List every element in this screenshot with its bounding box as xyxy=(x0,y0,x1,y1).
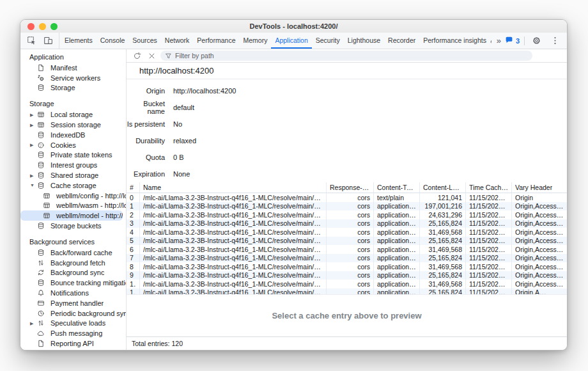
sidebar-item-label: Background sync xyxy=(47,269,104,276)
column-header-label: # xyxy=(130,184,134,191)
sidebar-item-webllm-model-http-loc[interactable]: webllm/model - http://loc… xyxy=(20,210,123,221)
sidebar-item-payment-handler[interactable]: Payment handler xyxy=(20,298,126,308)
devtools-tabbar: ElementsConsoleSourcesNetworkPerformance… xyxy=(20,33,567,49)
tab-sources[interactable]: Sources xyxy=(128,33,161,49)
tab-console[interactable]: Console xyxy=(97,33,129,49)
sidebar-item-indexeddb[interactable]: IndexedDB xyxy=(20,130,126,140)
inspect-icon[interactable] xyxy=(24,34,38,48)
cell-text: cors xyxy=(357,202,370,210)
application-sidebar: ApplicationManifestService workersStorag… xyxy=(20,49,127,350)
cell: application/oc… xyxy=(374,271,420,280)
sidebar-item-back-forward-cache[interactable]: Back/forward cache xyxy=(20,248,126,258)
sidebar-item-storage-buckets[interactable]: Storage buckets xyxy=(20,221,126,231)
sidebar-item-webllm-wasm-http-loca[interactable]: webllm/wasm - http://loca… xyxy=(20,201,126,211)
cell: /mlc-ai/Llama-3.2-3B-Instruct-q4f16_1-ML… xyxy=(140,245,327,254)
more-tabs-icon[interactable]: » xyxy=(497,36,500,45)
sidebar-item-notifications[interactable]: Notifications xyxy=(20,288,126,298)
sidebar-item-periodic-background-sync[interactable]: Periodic background sync xyxy=(20,308,126,319)
cell-text: cors xyxy=(357,219,370,227)
tab-lighthouse[interactable]: Lighthouse xyxy=(344,33,384,49)
cache-entry-row[interactable]: 10/mlc-ai/Llama-3.2-3B-Instruct-q4f16_1-… xyxy=(127,280,567,288)
sidebar-item-storage[interactable]: Storage xyxy=(20,83,126,93)
tab-application[interactable]: Application xyxy=(271,33,311,49)
cache-entry-row[interactable]: 0/mlc-ai/Llama-3.2-3B-Instruct-q4f16_1-M… xyxy=(127,193,567,202)
refresh-icon[interactable] xyxy=(131,50,143,61)
clear-icon[interactable] xyxy=(146,50,157,61)
issues-messages-button[interactable]: 3 xyxy=(505,36,520,45)
tab-performance[interactable]: Performance xyxy=(193,33,239,49)
cache-entry-row[interactable]: 7/mlc-ai/Llama-3.2-3B-Instruct-q4f16_1-M… xyxy=(127,254,567,263)
sidebar-item-private-state-tokens[interactable]: Private state tokens xyxy=(20,150,126,161)
cache-entry-row[interactable]: 1/mlc-ai/Llama-3.2-3B-Instruct-q4f16_1-M… xyxy=(127,202,567,211)
cache-entry-row[interactable]: 8/mlc-ai/Llama-3.2-3B-Instruct-q4f16_1-M… xyxy=(127,262,567,271)
chevron-down-icon[interactable]: ▼ xyxy=(30,183,37,187)
chevron-right-icon[interactable]: ▶ xyxy=(30,321,37,326)
column-header--[interactable]: # xyxy=(127,182,140,193)
tab-security[interactable]: Security xyxy=(312,33,344,49)
cache-entry-row[interactable]: 11/mlc-ai/Llama-3.2-3B-Instruct-q4f16_1-… xyxy=(127,288,567,295)
cache-entry-row[interactable]: 2/mlc-ai/Llama-3.2-3B-Instruct-q4f16_1-M… xyxy=(127,210,567,219)
cache-entry-row[interactable]: 9/mlc-ai/Llama-3.2-3B-Instruct-q4f16_1-M… xyxy=(127,271,567,280)
sidebar-item-background-fetch[interactable]: Background fetch xyxy=(20,258,126,268)
sidebar-item-service-workers[interactable]: Service workers xyxy=(20,73,126,83)
sidebar-item-label: Local storage xyxy=(47,111,93,118)
cell-text: Origin,Access… xyxy=(515,228,563,236)
column-header-response-type[interactable]: Response-Type xyxy=(327,182,374,193)
cache-entry-row[interactable]: 3/mlc-ai/Llama-3.2-3B-Instruct-q4f16_1-M… xyxy=(127,219,567,228)
cache-entry-row[interactable]: 5/mlc-ai/Llama-3.2-3B-Instruct-q4f16_1-M… xyxy=(127,237,567,246)
filter-box[interactable] xyxy=(160,51,532,61)
cell: 4 xyxy=(127,228,140,237)
sidebar-item-background-sync[interactable]: Background sync xyxy=(20,268,126,278)
cell-text: /mlc-ai/Llama-3.2-3B-Instruct-q4f16_1-ML… xyxy=(143,219,323,227)
settings-gear-icon[interactable] xyxy=(529,34,543,48)
sidebar-item-webllm-config-http-loc[interactable]: webllm/config - http://loc… xyxy=(20,191,126,201)
cell-text: /mlc-ai/Llama-3.2-3B-Instruct-q4f16_1-ML… xyxy=(143,211,323,219)
chevron-right-icon[interactable]: ▶ xyxy=(30,113,37,117)
cell-text: 11/15/2024, 10… xyxy=(469,194,508,201)
tab-memory[interactable]: Memory xyxy=(239,33,271,49)
cell: application/oc… xyxy=(374,288,420,295)
column-header-time-cached[interactable]: Time Cached xyxy=(466,182,512,193)
tab-label: Security xyxy=(316,36,340,44)
sidebar-item-local-storage[interactable]: ▶Local storage xyxy=(20,109,126,120)
sidebar-item-bounce-tracking-mitigations[interactable]: Bounce tracking mitigations xyxy=(20,278,126,288)
sidebar-item-cache-storage[interactable]: ▼Cache storage xyxy=(20,180,126,191)
sidebar-item-label: Shared storage xyxy=(47,171,98,179)
chevron-right-icon[interactable]: ▶ xyxy=(30,173,37,178)
cell-text: 25,165,824 xyxy=(428,219,462,227)
column-header-name[interactable]: Name xyxy=(140,182,327,193)
column-header-content-length[interactable]: Content-Length xyxy=(420,182,466,193)
metadata-row: Is persistentNo xyxy=(127,116,567,132)
sidebar-item-session-storage[interactable]: ▶Session storage xyxy=(20,120,126,130)
sidebar-item-shared-storage[interactable]: ▶Shared storage xyxy=(20,170,126,180)
cache-storage-panel: http://localhost:4200 Originhttp://local… xyxy=(127,49,567,350)
column-header-content-type[interactable]: Content-Type xyxy=(374,182,420,193)
sidebar-item-manifest[interactable]: Manifest xyxy=(20,63,126,73)
column-header-vary-header[interactable]: Vary Header xyxy=(512,182,567,193)
sidebar-item-cookies[interactable]: ▶Cookies xyxy=(20,140,126,150)
sidebar-item-label: Reporting API xyxy=(47,340,94,347)
chevron-right-icon[interactable]: ▶ xyxy=(30,143,37,147)
column-header-label: Name xyxy=(143,184,161,191)
chevron-right-icon[interactable]: ▶ xyxy=(30,123,37,127)
sidebar-item-interest-groups[interactable]: Interest groups xyxy=(20,160,126,170)
tab-network[interactable]: Network xyxy=(161,33,194,49)
preview-placeholder: Select a cache entry above to preview xyxy=(127,294,567,336)
cell-text: Origin,Access… xyxy=(515,254,563,262)
cell: application/oc… xyxy=(374,237,420,246)
cell: /mlc-ai/Llama-3.2-3B-Instruct-q4f16_1-ML… xyxy=(140,210,327,219)
sidebar-item-speculative-loads[interactable]: ▶Speculative loads xyxy=(20,319,126,329)
tab-elements[interactable]: Elements xyxy=(61,33,97,49)
sidebar-item-reporting-api[interactable]: Reporting API xyxy=(20,338,126,349)
cache-entry-row[interactable]: 6/mlc-ai/Llama-3.2-3B-Instruct-q4f16_1-M… xyxy=(127,245,567,254)
cell-text: Origin,Access… xyxy=(515,271,563,279)
device-toolbar-icon[interactable] xyxy=(41,34,55,48)
tab-performance-insights[interactable]: Performance insights xyxy=(419,33,491,49)
cache-entry-row[interactable]: 4/mlc-ai/Llama-3.2-3B-Instruct-q4f16_1-M… xyxy=(127,228,567,237)
main-split: ApplicationManifestService workersStorag… xyxy=(20,49,567,350)
filter-input[interactable] xyxy=(175,52,528,59)
tab-recorder[interactable]: Recorder xyxy=(384,33,419,49)
messages-count-badge: 3 xyxy=(516,37,520,45)
sidebar-item-push-messaging[interactable]: Push messaging xyxy=(20,328,126,338)
kebab-menu-icon[interactable] xyxy=(548,34,562,48)
